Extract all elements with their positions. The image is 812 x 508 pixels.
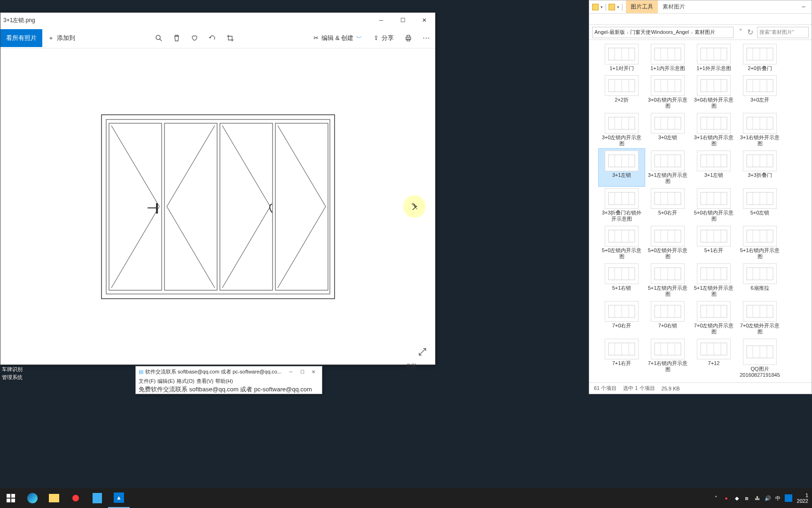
file-thumbnail[interactable]: 5+0左锁外开示意图 <box>645 224 691 262</box>
start-button[interactable] <box>0 488 22 508</box>
file-thumbnail[interactable]: 5+1右锁内开示意图 <box>737 224 783 262</box>
file-thumbnail[interactable]: 2+0折叠门 <box>737 42 783 73</box>
file-thumbnail[interactable]: 5+0左锁内开示意图 <box>599 224 645 262</box>
file-thumbnail[interactable]: 7+0左锁内开示意图 <box>691 299 737 337</box>
fullscreen-icon[interactable] <box>418 348 427 356</box>
file-thumbnail[interactable]: 3+1左锁 <box>599 149 645 186</box>
thumbnail-label: 7+0右开 <box>612 323 632 329</box>
file-thumbnail[interactable]: 3+1左锁内开示意图 <box>645 149 691 186</box>
file-thumbnail[interactable]: 5+0左锁 <box>737 186 783 224</box>
menu-edit[interactable]: 编辑(E) <box>157 378 175 385</box>
file-thumbnail[interactable]: TIM图片20170821144028 <box>645 380 691 381</box>
more-icon[interactable]: ⋯ <box>417 29 435 47</box>
zoom-icon[interactable] <box>150 29 168 47</box>
refresh-icon[interactable]: ↻ <box>746 27 754 38</box>
delete-icon[interactable] <box>168 29 186 47</box>
taskbar-edge[interactable] <box>22 488 43 508</box>
file-thumbnail[interactable]: 3+0右锁外开示意图 <box>691 73 737 111</box>
taskbar-explorer[interactable] <box>43 488 65 508</box>
close-button[interactable]: ✕ <box>308 369 319 374</box>
file-thumbnail[interactable]: 3+0右锁内开示意图 <box>645 73 691 111</box>
taskbar-clock[interactable]: 1 2022 <box>795 492 808 504</box>
tab-picture-tools[interactable]: 图片工具 <box>626 0 658 13</box>
thumbnail-label: 6扇推拉 <box>750 285 769 291</box>
file-thumbnail[interactable]: 5+0右开 <box>645 186 691 224</box>
favorite-icon[interactable] <box>186 29 203 47</box>
battery-icon[interactable]: 🗈 <box>743 495 751 501</box>
file-thumbnail[interactable]: QQ图片20160918152254 <box>599 380 645 381</box>
file-thumbnail[interactable]: 3+0左锁内开示意图 <box>599 111 645 149</box>
file-thumbnail[interactable]: 7+1右锁内开示意图 <box>645 337 691 380</box>
minimize-button[interactable]: ─ <box>285 369 297 374</box>
file-thumbnail[interactable]: 7+0左锁外开示意图 <box>737 299 783 337</box>
explorer-ribbon <box>589 14 812 25</box>
file-thumbnail[interactable]: 7+1右开 <box>599 337 645 380</box>
minimize-button[interactable]: ─ <box>796 0 812 14</box>
file-thumbnail[interactable]: 1+1外开示意图 <box>691 42 737 73</box>
maximize-button[interactable]: ☐ <box>297 369 308 374</box>
svg-line-1 <box>160 39 162 41</box>
tray-app-icon[interactable]: ◆ <box>733 495 741 501</box>
breadcrumb-path[interactable]: Angel-最新版› 门窗天使Windoors_Angel› 素材图片 <box>592 27 734 38</box>
notepad-content[interactable]: 免费软件交流联系 softbase@qq.com 或者 pc-software@… <box>136 385 322 394</box>
desktop-icon[interactable]: 管理系统 <box>2 374 23 381</box>
network-icon[interactable]: 🖧 <box>754 495 761 501</box>
crop-icon[interactable] <box>221 29 239 47</box>
menu-view[interactable]: 查看(V) <box>196 378 214 385</box>
print-icon[interactable] <box>399 29 417 47</box>
taskbar-photos[interactable]: ▲ <box>108 488 130 508</box>
file-thumbnail[interactable]: 3+1左锁 <box>691 149 737 186</box>
volume-icon[interactable]: 🔊 <box>764 495 772 501</box>
folder-icon[interactable] <box>592 4 599 10</box>
edit-create-button[interactable]: ✂编辑 & 创建﹀ <box>308 29 368 47</box>
add-to-button[interactable]: ＋添加到 <box>42 29 81 47</box>
file-thumbnail[interactable]: 7+0右开 <box>599 299 645 337</box>
file-thumbnail[interactable]: 5+1右锁 <box>599 262 645 299</box>
tray-record-icon[interactable]: ● <box>723 495 730 501</box>
close-button[interactable]: ✕ <box>414 13 435 28</box>
folder-icon[interactable] <box>609 4 615 10</box>
svg-rect-11 <box>156 203 158 214</box>
file-thumbnail[interactable]: QQ图片20160827191845 <box>737 337 783 380</box>
menu-format[interactable]: 格式(O) <box>177 378 195 385</box>
file-thumbnail[interactable]: 1+1对开门 <box>599 42 645 73</box>
taskbar-record[interactable] <box>65 488 86 508</box>
file-thumbnail[interactable]: 窗花-1 <box>691 380 737 381</box>
dropdown-icon[interactable]: ˅ <box>736 27 745 38</box>
file-thumbnail[interactable]: 7+12 <box>691 337 737 380</box>
file-thumbnail[interactable]: 3+3折叠门右锁外开示意图 <box>599 186 645 224</box>
menu-file[interactable]: 文件(F) <box>139 378 156 385</box>
file-thumbnail[interactable]: 3+1右锁外开示意图 <box>737 111 783 149</box>
share-button[interactable]: ⇪分享 <box>368 29 399 47</box>
maximize-button[interactable]: ☐ <box>392 13 414 28</box>
file-thumbnail[interactable]: 5+1左锁外开示意图 <box>691 262 737 299</box>
down-icon[interactable]: ▾ <box>601 5 603 9</box>
tray-app-icon[interactable] <box>785 494 792 502</box>
search-input[interactable]: 搜索"素材图片" <box>757 27 809 38</box>
file-thumbnail[interactable]: 5+1右开 <box>691 224 737 262</box>
menu-help[interactable]: 帮助(H) <box>215 378 233 385</box>
file-thumbnail[interactable]: 2+2折 <box>599 73 645 111</box>
file-thumbnail[interactable]: 3+1右锁内开示意图 <box>691 111 737 149</box>
file-thumbnail[interactable]: 3+0左开 <box>737 73 783 111</box>
desktop-icon[interactable]: 车牌识别 <box>2 366 23 373</box>
thumbnail-label: 1+1外开示意图 <box>696 65 731 71</box>
down-icon[interactable]: ▾ <box>617 5 619 9</box>
file-thumbnail[interactable]: 1+1内开示意图 <box>645 42 691 73</box>
minimize-button[interactable]: ─ <box>370 13 392 28</box>
file-thumbnail[interactable]: 5+1左锁内开示意图 <box>645 262 691 299</box>
view-all-photos-button[interactable]: 看所有照片 <box>0 29 42 47</box>
chevron-up-icon[interactable]: ˄ <box>712 495 720 501</box>
file-thumbnail[interactable]: 3+0左锁 <box>645 111 691 149</box>
explorer-file-grid[interactable]: 1+1对开门1+1内开示意图1+1外开示意图2+0折叠门2+2折3+0右锁内开示… <box>589 40 812 381</box>
ime-icon[interactable]: 中 <box>774 495 782 502</box>
thumbnail-label: 5+1左锁内开示意图 <box>646 285 690 297</box>
next-photo-button[interactable] <box>403 195 426 218</box>
taskbar-notepad[interactable] <box>86 488 108 508</box>
rotate-icon[interactable] <box>203 29 221 47</box>
file-thumbnail[interactable]: 6扇推拉 <box>737 262 783 299</box>
file-thumbnail[interactable]: 门 <box>737 380 783 381</box>
file-thumbnail[interactable]: 3+3折叠门 <box>737 149 783 186</box>
file-thumbnail[interactable]: 5+0右锁内开示意图 <box>691 186 737 224</box>
file-thumbnail[interactable]: 7+0右锁 <box>645 299 691 337</box>
